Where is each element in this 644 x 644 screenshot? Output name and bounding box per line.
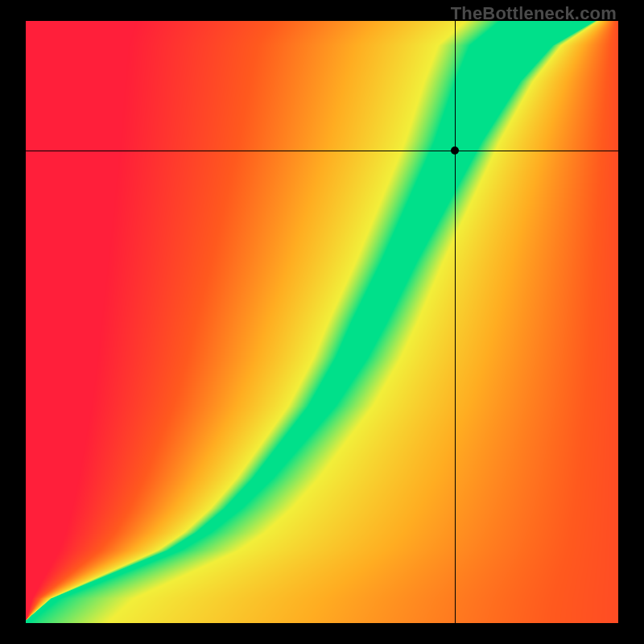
watermark-text: TheBottleneck.com (451, 3, 617, 24)
crosshair-vertical (455, 21, 456, 623)
heatmap-canvas (26, 21, 618, 623)
selected-point-marker (451, 147, 459, 155)
bottleneck-heatmap (26, 21, 618, 623)
crosshair-horizontal (26, 151, 618, 151)
